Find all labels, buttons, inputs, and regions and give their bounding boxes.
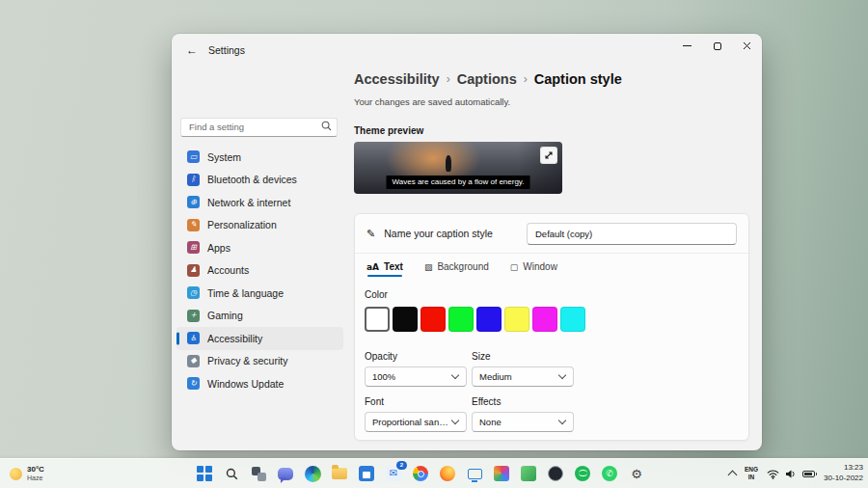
- settings-app-button[interactable]: ⚙: [627, 464, 646, 483]
- maximize-button[interactable]: [702, 34, 732, 58]
- color-swatch-white[interactable]: [365, 307, 390, 332]
- sidebar-item-privacy-security[interactable]: ◆ Privacy & security: [176, 350, 343, 373]
- color-swatch-magenta[interactable]: [532, 307, 557, 332]
- taskbar-apps: ✉ 2 ✆ ⚙: [195, 459, 646, 488]
- sidebar-item-gaming[interactable]: + Gaming: [176, 305, 343, 328]
- caption-style-name-input[interactable]: [527, 223, 737, 245]
- sidebar-item-accounts[interactable]: ♟ Accounts: [176, 259, 343, 283]
- file-explorer-button[interactable]: [330, 464, 349, 483]
- firefox-button[interactable]: [438, 464, 457, 483]
- close-button[interactable]: [732, 34, 762, 58]
- sidebar-item-time-language[interactable]: ◷ Time & language: [176, 282, 343, 305]
- effects-label: Effects: [472, 396, 574, 408]
- sidebar-item-label: Accessibility: [207, 333, 262, 344]
- dark-app-button[interactable]: [546, 464, 565, 483]
- store-button[interactable]: [357, 464, 376, 483]
- tab-window[interactable]: ▢ Window: [510, 261, 557, 278]
- desktop: ← Settings ▭ System: [0, 0, 868, 488]
- language-indicator[interactable]: ENG IN: [745, 466, 758, 482]
- sidebar-item-apps[interactable]: ⊞ Apps: [176, 236, 343, 259]
- effects-dropdown[interactable]: None: [472, 412, 574, 432]
- start-button[interactable]: [195, 464, 214, 483]
- text-tab-panel: Color Opacity: [355, 278, 748, 440]
- chevron-up-icon[interactable]: [728, 471, 738, 480]
- theme-preview-label: Theme preview: [354, 125, 762, 137]
- taskbar: 30°C Haze ✉ 2 ✆ ⚙: [0, 458, 868, 488]
- network-icon: ⊕: [187, 196, 200, 208]
- dark-app-icon: [548, 466, 563, 481]
- sidebar-item-bluetooth-devices[interactable]: ᛒ Bluetooth & devices: [176, 169, 343, 192]
- size-dropdown[interactable]: Medium: [472, 366, 574, 387]
- background-tab-icon: ▨: [424, 262, 433, 272]
- color-swatch-blue[interactable]: [476, 307, 502, 332]
- display-icon: [468, 469, 482, 479]
- tray-status-icons[interactable]: [767, 469, 815, 479]
- glyph: ᛒ: [191, 176, 196, 183]
- font-dropdown[interactable]: Proportional sans s...: [365, 412, 467, 432]
- sidebar-item-network-internet[interactable]: ⊕ Network & internet: [176, 191, 343, 214]
- chevron-down-icon: [451, 371, 459, 379]
- color-swatch-yellow[interactable]: [504, 307, 529, 332]
- window-tab-icon: ▢: [510, 262, 519, 272]
- search-input[interactable]: [180, 118, 338, 137]
- color-swatches: [365, 307, 739, 332]
- clock-widget[interactable]: 13:23 30-10-2022: [824, 463, 863, 484]
- expand-preview-button[interactable]: [540, 147, 557, 164]
- sidebar-item-label: Personalization: [207, 219, 277, 230]
- sidebar-item-label: Apps: [207, 242, 231, 254]
- color-swatch-red[interactable]: [420, 307, 446, 332]
- sidebar-item-accessibility[interactable]: ♿ Accessibility: [176, 327, 343, 350]
- chat-button[interactable]: [276, 464, 295, 483]
- search-box: [180, 117, 338, 136]
- chrome-icon: [413, 466, 428, 481]
- privacy-security-icon: ◆: [187, 355, 200, 367]
- minimize-button[interactable]: [672, 34, 702, 58]
- opacity-field: Opacity 100%: [365, 351, 467, 387]
- sidebar-item-personalization[interactable]: ✎ Personalization: [176, 214, 343, 237]
- breadcrumb-captions[interactable]: Captions: [457, 70, 517, 88]
- color-swatch-black[interactable]: [393, 307, 418, 332]
- green-app-button[interactable]: [519, 464, 538, 483]
- tray-date: 30-10-2022: [824, 474, 863, 484]
- display-app-button[interactable]: [465, 464, 484, 483]
- windows-update-icon: ↻: [187, 377, 200, 390]
- sun-icon: [10, 468, 22, 480]
- person-silhouette: [446, 155, 451, 172]
- photos-app-button[interactable]: [492, 464, 511, 483]
- color-swatch-cyan[interactable]: [560, 307, 585, 332]
- task-view-button[interactable]: [249, 464, 268, 483]
- minimize-icon: [683, 45, 692, 46]
- settings-window: ← Settings ▭ System: [172, 34, 762, 450]
- breadcrumb: Accessibility › Captions › Caption style: [354, 70, 762, 88]
- opacity-dropdown[interactable]: 100%: [365, 366, 467, 387]
- back-button[interactable]: ←: [179, 40, 204, 61]
- mail-button[interactable]: ✉ 2: [384, 464, 403, 483]
- glyph: ✎: [190, 221, 197, 229]
- sidebar-item-system[interactable]: ▭ System: [176, 146, 343, 169]
- tab-text[interactable]: aA Text: [366, 261, 403, 278]
- bluetooth-icon: ᛒ: [187, 174, 200, 186]
- language-line2: IN: [745, 474, 758, 481]
- chrome-button[interactable]: [411, 464, 430, 483]
- spotify-button[interactable]: [573, 464, 592, 483]
- folder-icon: [332, 468, 347, 479]
- chevron-down-icon: [558, 371, 566, 379]
- glyph: +: [190, 312, 197, 319]
- battery-icon: [802, 471, 815, 477]
- glyph: ⊕: [190, 199, 197, 206]
- size-value: Medium: [479, 371, 512, 382]
- size-label: Size: [472, 351, 574, 363]
- breadcrumb-accessibility[interactable]: Accessibility: [354, 70, 440, 88]
- tab-background[interactable]: ▨ Background: [424, 261, 489, 278]
- sidebar-item-label: Time & language: [207, 287, 284, 299]
- taskbar-search-button[interactable]: [222, 464, 241, 483]
- sidebar-item-windows-update[interactable]: ↻ Windows Update: [176, 372, 343, 395]
- whatsapp-button[interactable]: ✆: [600, 464, 619, 483]
- color-swatch-green[interactable]: [448, 307, 474, 332]
- text-tab-icon: aA: [366, 262, 379, 272]
- edge-button[interactable]: [303, 464, 322, 483]
- task-view-icon: [252, 467, 266, 481]
- photos-icon: [494, 466, 509, 481]
- sidebar-item-label: Gaming: [207, 310, 243, 321]
- weather-widget[interactable]: 30°C Haze: [5, 459, 49, 488]
